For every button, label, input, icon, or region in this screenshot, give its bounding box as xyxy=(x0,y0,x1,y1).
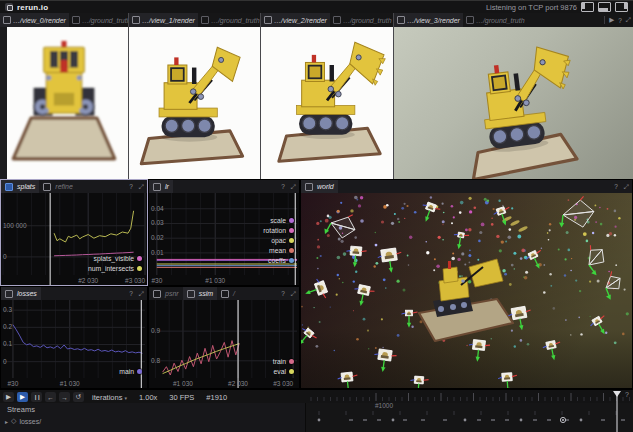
tab-view-3-ground-truth[interactable]: …/ground_truth xyxy=(463,13,528,27)
maximize-icon[interactable]: ⤢ xyxy=(624,183,629,190)
tab-label: lr xyxy=(165,183,169,190)
panel-world[interactable]: world?⤢ xyxy=(300,179,633,389)
legend-color-dot xyxy=(137,266,142,271)
play-button[interactable]: ▶ xyxy=(3,392,14,402)
legend-item-train[interactable]: train xyxy=(273,356,294,366)
help-icon[interactable]: ? xyxy=(129,183,133,190)
toggle-right-panel-icon[interactable] xyxy=(615,2,628,12)
tab-view-3-render[interactable]: …/view_3/render xyxy=(394,13,463,27)
world-scene xyxy=(301,193,632,388)
loop-button[interactable]: ↺ xyxy=(73,392,84,402)
toggle-bottom-panel-icon[interactable] xyxy=(598,2,611,12)
x-tick-label: #1 030 xyxy=(60,380,80,387)
panel-lr-header: lr?⤢ xyxy=(149,180,299,194)
legend: scalerotationopacmeancoeffs xyxy=(263,215,294,265)
legend-item-num-intersects[interactable]: num_intersects xyxy=(88,263,142,273)
legend-item-splats-visible[interactable]: splats_visible xyxy=(88,253,142,263)
lr-plot[interactable]: 0.040.030.020.01#30#1 030scalerotationop… xyxy=(149,193,299,285)
maximize-icon[interactable]: ⤢ xyxy=(291,183,296,190)
help-icon[interactable]: ? xyxy=(281,183,285,190)
tab-view-1-render[interactable]: …/view_1/render xyxy=(129,13,198,27)
chart-icon xyxy=(305,183,313,191)
tab-refine[interactable]: refine xyxy=(39,180,77,193)
splats-plot[interactable]: 100 0000#2 030#3 030splats_visiblenum_in… xyxy=(1,193,147,285)
tab-world[interactable]: world xyxy=(301,180,338,193)
step-forward-button[interactable]: → xyxy=(59,392,70,402)
tab-ssim[interactable]: ssim xyxy=(183,287,217,300)
entity-icon: ◇ xyxy=(11,417,16,425)
maximize-icon[interactable]: ⤢ xyxy=(626,16,631,24)
legend-item-eval[interactable]: eval xyxy=(273,366,294,376)
tab-psnr[interactable]: psnr xyxy=(149,287,183,300)
viewport-view-0[interactable]: …/view_0/render…/ground_truth▶?⤢ xyxy=(0,13,128,179)
chart-icon xyxy=(153,290,161,298)
legend-label: mean xyxy=(269,247,286,254)
ssim-plot[interactable]: 0.90.8#1 030#2 030#3 030traineval xyxy=(149,300,299,388)
playhead-handle[interactable] xyxy=(613,391,621,397)
viewport-view-3[interactable]: …/view_3/render…/ground_truth▶?⤢ xyxy=(393,13,633,179)
maximize-icon[interactable]: ⤢ xyxy=(139,183,144,190)
expand-icon[interactable]: ▸ xyxy=(5,418,8,425)
panel-lr[interactable]: lr?⤢ 0.040.030.020.01#30#1 030scalerotat… xyxy=(148,179,300,286)
view-icon xyxy=(201,16,209,24)
legend-item-coeffs[interactable]: coeffs xyxy=(263,255,294,265)
step-back-button[interactable]: ← xyxy=(45,392,56,402)
legend-item-mean[interactable]: mean xyxy=(263,245,294,255)
chevron-down-icon: ▾ xyxy=(124,395,127,401)
help-icon[interactable]: ? xyxy=(129,290,133,297)
chart-icon xyxy=(187,290,195,298)
app-title[interactable]: rerun.io xyxy=(17,3,48,12)
y-tick-label: 0.02 xyxy=(151,234,164,241)
rendered-image-view-2[interactable] xyxy=(261,27,393,179)
tab-[interactable]: / xyxy=(217,287,239,300)
legend-item-scale[interactable]: scale xyxy=(263,215,294,225)
viewport-view-1[interactable]: …/view_1/render…/ground_truth▶?⤢ xyxy=(128,13,260,179)
tab-view-2-ground-truth[interactable]: …/ground_truth xyxy=(330,13,393,27)
help-icon[interactable]: ? xyxy=(618,17,622,24)
panel-splats[interactable]: splatsrefine?⤢ 100 0000#2 030#3 030splat… xyxy=(0,179,148,286)
rendered-image-view-3[interactable] xyxy=(394,27,633,179)
separator xyxy=(604,16,605,24)
rerun-logo-icon[interactable] xyxy=(5,3,13,11)
tab-view-2-render[interactable]: …/view_2/render xyxy=(261,13,330,27)
toggle-left-panel-icon[interactable] xyxy=(581,2,594,12)
tab-lr[interactable]: lr xyxy=(149,180,173,193)
panel-losses[interactable]: losses?⤢ 0.30.20.10#30#1 030main xyxy=(0,286,148,389)
tab-view-1-ground-truth[interactable]: …/ground_truth xyxy=(198,13,260,27)
legend-item-main[interactable]: main xyxy=(119,366,142,376)
rendered-image-view-0[interactable] xyxy=(0,27,128,179)
playback-speed[interactable]: 1.00x xyxy=(139,393,157,402)
help-icon[interactable]: ? xyxy=(614,183,618,190)
x-tick-label: #3 030 xyxy=(273,380,293,387)
timeline-selector[interactable]: iterations▾ xyxy=(92,393,127,402)
tab-view-0-ground-truth[interactable]: …/ground_truth xyxy=(69,13,128,27)
tab-label: …/view_1/render xyxy=(142,17,195,24)
stream-row-losses[interactable]: ▸ ◇ losses/ xyxy=(5,417,41,425)
legend-item-rotation[interactable]: rotation xyxy=(263,225,294,235)
tab-losses[interactable]: losses xyxy=(1,287,41,300)
tab-splats[interactable]: splats xyxy=(1,180,39,193)
maximize-icon[interactable]: ⤢ xyxy=(291,290,296,297)
playback-fps[interactable]: 30 FPS xyxy=(169,393,194,402)
timeline-help-icon[interactable]: ? xyxy=(625,391,629,398)
help-icon[interactable]: ? xyxy=(281,290,285,297)
view-icon xyxy=(3,16,11,24)
tab-view-0-render[interactable]: …/view_0/render xyxy=(0,13,69,27)
panel-metrics[interactable]: psnrssim/?⤢ 0.90.8#1 030#2 030#3 030trai… xyxy=(148,286,300,389)
legend-label: opac xyxy=(271,237,286,244)
follow-button[interactable]: ▶ xyxy=(17,392,28,402)
world-3d-view[interactable] xyxy=(301,193,632,388)
viewport-view-2[interactable]: …/view_2/render…/ground_truth▶?⤢ xyxy=(260,13,393,179)
legend-item-opac[interactable]: opac xyxy=(263,235,294,245)
rendered-image-view-1[interactable] xyxy=(129,27,260,179)
maximize-icon[interactable]: ⤢ xyxy=(139,290,144,297)
play-view-icon[interactable]: ▶ xyxy=(609,16,614,24)
tab-label: losses xyxy=(17,290,37,297)
ruler-canvas[interactable]: #1000 xyxy=(305,389,633,432)
y-tick-label: 0.3 xyxy=(3,306,12,313)
legend-color-dot xyxy=(289,258,294,263)
losses-plot[interactable]: 0.30.20.10#30#1 030main xyxy=(1,300,147,388)
pause-button[interactable]: ❙❙ xyxy=(31,392,42,402)
time-ruler[interactable]: #1000 xyxy=(305,389,633,432)
legend-label: train xyxy=(273,358,286,365)
